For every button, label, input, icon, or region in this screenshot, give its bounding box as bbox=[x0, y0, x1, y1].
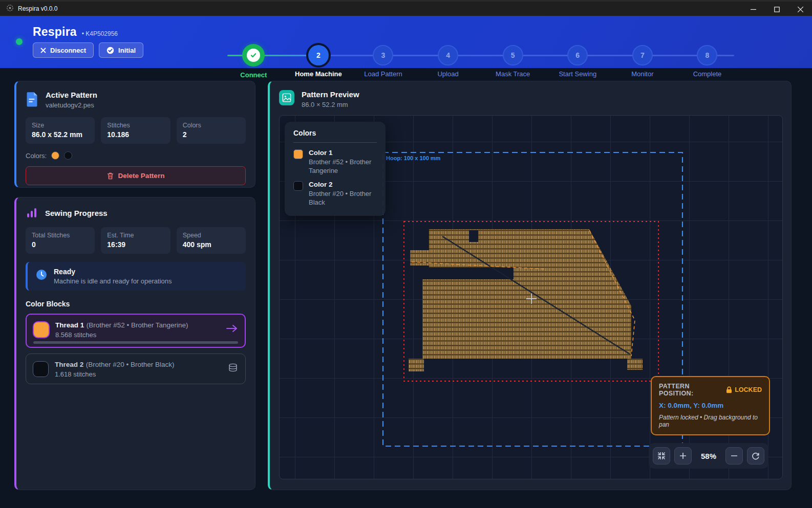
status-message: Machine is idle and ready for operations bbox=[54, 277, 172, 285]
thread-1-swatch bbox=[34, 322, 49, 337]
zoom-level: 58% bbox=[696, 452, 721, 460]
preview-canvas[interactable]: Hoop: 100 x 100 mm Colors Color 1 Brothe… bbox=[279, 115, 783, 479]
step-complete[interactable]: 8 Complete bbox=[675, 41, 740, 79]
connection-status-dot bbox=[16, 38, 23, 45]
check-circle-icon bbox=[106, 47, 114, 54]
minus-icon bbox=[731, 452, 738, 459]
app-window: Respira v0.0.0 Respira • K4P502956 Disco… bbox=[0, 0, 812, 508]
zoom-controls: 58% bbox=[649, 443, 768, 469]
clock-icon bbox=[36, 269, 47, 280]
workflow-stepper: Connect 2 Home Machine 3 Load Pattern 4 … bbox=[221, 41, 749, 77]
initial-button[interactable]: Initial bbox=[99, 42, 143, 58]
thread-block-2[interactable]: Thread 2 (Brother #20 • Brother Black) 1… bbox=[26, 354, 246, 384]
step-start-sewing[interactable]: 6 Start Sewing bbox=[545, 41, 610, 79]
stat-stitches: Stitches 10.186 bbox=[101, 117, 170, 144]
document-icon bbox=[26, 92, 38, 107]
step-home-machine[interactable]: 2 Home Machine bbox=[286, 41, 351, 79]
stat-total-stitches: Total Stitches 0 bbox=[26, 227, 95, 254]
app-header: Respira • K4P502956 Disconnect Initial bbox=[0, 16, 812, 68]
fit-to-view-button[interactable] bbox=[653, 447, 670, 465]
legend-title: Colors bbox=[293, 129, 377, 137]
active-pattern-card: Active Pattern valetudogv2.pes Size 86.0… bbox=[14, 81, 255, 188]
x-icon bbox=[40, 48, 46, 53]
step-upload[interactable]: 4 Upload bbox=[416, 41, 481, 79]
position-label: PATTERN POSITION: bbox=[659, 383, 726, 397]
legend-swatch-tangerine bbox=[293, 149, 303, 159]
status-title: Ready bbox=[54, 268, 172, 276]
plus-icon bbox=[679, 452, 687, 459]
legend-entry-color1: Color 1 Brother #52 • Brother Tangerine bbox=[293, 149, 377, 175]
app-logo-icon bbox=[6, 4, 14, 14]
title-bar: Respira v0.0.0 bbox=[0, 0, 812, 16]
thread-2-swatch bbox=[33, 362, 48, 377]
arrow-right-icon bbox=[226, 324, 238, 335]
delete-pattern-button[interactable]: Delete Pattern bbox=[26, 166, 246, 185]
card-title: Pattern Preview bbox=[302, 90, 359, 99]
step-mask-trace[interactable]: 5 Mask Trace bbox=[480, 41, 545, 79]
minimize-button[interactable] bbox=[741, 2, 765, 17]
sewing-progress-card: Sewing Progress Total Stitches 0 Est. Ti… bbox=[14, 197, 255, 490]
compress-icon bbox=[657, 452, 666, 460]
thread-1-progress-bar bbox=[33, 341, 238, 344]
trash-icon bbox=[107, 172, 114, 180]
zoom-out-button[interactable] bbox=[725, 447, 743, 465]
app-name: Respira bbox=[33, 25, 77, 39]
card-title: Sewing Progress bbox=[45, 209, 108, 217]
preview-dimensions: 86.0 × 52.2 mm bbox=[302, 101, 359, 108]
pattern-filename: valetudogv2.pes bbox=[46, 101, 97, 109]
stat-size: Size 86.0 x 52.2 mm bbox=[26, 117, 95, 144]
color-swatch-black bbox=[64, 151, 72, 160]
disconnect-button[interactable]: Disconnect bbox=[33, 42, 94, 58]
step-connect[interactable]: Connect bbox=[221, 41, 286, 79]
position-hint: Pattern locked • Drag background to pan bbox=[659, 414, 762, 428]
stat-est-time: Est. Time 16:39 bbox=[101, 227, 170, 254]
legend-entry-color2: Color 2 Brother #20 • Brother Black bbox=[293, 181, 377, 207]
machine-serial: • K4P502956 bbox=[82, 30, 118, 37]
hoop-label: Hoop: 100 x 100 mm bbox=[386, 155, 440, 161]
lock-icon bbox=[726, 386, 732, 393]
stitch-fill bbox=[410, 229, 631, 359]
stat-speed: Speed 400 spm bbox=[177, 227, 246, 254]
color-swatch-tangerine bbox=[51, 151, 59, 160]
bar-chart-icon bbox=[26, 207, 38, 219]
window-title: Respira v0.0.0 bbox=[18, 5, 57, 12]
color-blocks-heading: Color Blocks bbox=[26, 300, 246, 308]
refresh-icon bbox=[752, 452, 760, 460]
machine-status: Ready Machine is idle and ready for oper… bbox=[26, 262, 246, 291]
position-coords: X: 0.0mm, Y: 0.0mm bbox=[659, 402, 762, 409]
card-title: Active Pattern bbox=[46, 91, 97, 99]
stat-colors: Colors 2 bbox=[177, 117, 246, 144]
maximize-button[interactable] bbox=[765, 2, 788, 17]
colors-legend: Colors Color 1 Brother #52 • Brother Tan… bbox=[285, 122, 386, 216]
check-icon bbox=[247, 49, 260, 62]
image-icon bbox=[279, 90, 294, 105]
pattern-position-overlay: PATTERN POSITION: LOCKED X: 0.0mm, Y: 0.… bbox=[651, 376, 770, 435]
step-load-pattern[interactable]: 3 Load Pattern bbox=[351, 41, 416, 79]
pattern-preview-card: Pattern Preview 86.0 × 52.2 mm bbox=[268, 81, 792, 490]
step-monitor[interactable]: 7 Monitor bbox=[610, 41, 675, 79]
layers-stack-icon bbox=[228, 363, 238, 375]
close-button[interactable] bbox=[788, 2, 812, 17]
locked-badge: LOCKED bbox=[726, 386, 762, 393]
legend-swatch-black bbox=[293, 181, 303, 191]
thread-block-1[interactable]: Thread 1 (Brother #52 • Brother Tangerin… bbox=[26, 314, 246, 348]
zoom-in-button[interactable] bbox=[674, 447, 692, 465]
reset-view-button[interactable] bbox=[747, 447, 764, 465]
colors-label: Colors: bbox=[26, 152, 47, 160]
